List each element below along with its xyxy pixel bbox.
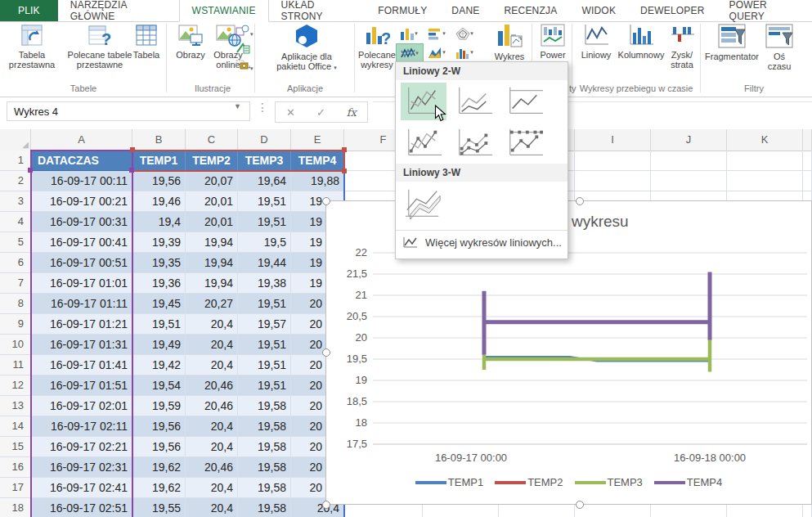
cell-date[interactable]: 16-09-17 02:21 [31,437,132,457]
chart-thumb-100-stacked-line[interactable] [502,83,548,120]
tab-recenzja[interactable]: RECENZJA [491,0,569,21]
cell-temp2[interactable]: 19,94 [186,273,238,294]
column-header-e[interactable]: E [291,129,344,151]
column-header-c[interactable]: C [186,129,238,151]
cell-temp1[interactable]: 19,62 [132,478,186,498]
cell-date[interactable]: 16-09-17 00:31 [31,212,132,232]
cell-header-temp1[interactable]: TEMP1 [132,151,186,171]
tab-formuły[interactable]: FORMUŁY [366,0,439,21]
cell-date[interactable]: 16-09-17 02:11 [31,416,132,437]
smartart-button[interactable] [236,43,257,60]
tab-wstawianie[interactable]: WSTAWIANIE [179,0,269,22]
row-header-1[interactable]: 1 [0,151,31,171]
chart-title[interactable]: wykresu [572,213,629,231]
cell-a1[interactable]: DATACZAS [31,151,132,171]
chart-resize-handle[interactable] [322,348,330,357]
timeline-button[interactable]: Oś czasu [760,23,798,71]
cell-date[interactable]: 16-09-17 01:41 [31,355,132,375]
tab-widok[interactable]: WIDOK [569,0,628,21]
cell-empty[interactable] [727,171,803,191]
shapes-button[interactable]: ▾ [236,25,257,43]
cell-date[interactable]: 16-09-17 00:21 [31,191,132,212]
chart-thumb-stacked-line-markers[interactable] [451,124,497,162]
legend-item-temp4[interactable]: TEMP4 [654,476,722,488]
cell-temp3[interactable]: 19,51 [238,335,291,355]
insert-area-chart-button[interactable]: ▾ [424,43,450,61]
cell-date[interactable]: 16-09-17 01:11 [31,294,132,314]
cell-temp3[interactable]: 19,58 [238,478,291,498]
cell-temp1[interactable]: 19,45 [132,294,186,314]
tab-dane[interactable]: DANE [439,0,491,21]
row-header-7[interactable]: 7 [0,273,31,294]
cell-date[interactable]: 16-09-17 01:31 [31,335,132,355]
recommended-charts-button[interactable]: ? Polecane wykresy [357,23,397,70]
row-header-18[interactable]: 18 [0,498,31,517]
legend-item-temp2[interactable]: TEMP2 [495,476,563,488]
row-header-11[interactable]: 11 [0,355,31,375]
insert-function-button[interactable]: fx [347,106,357,119]
row-header-5[interactable]: 5 [0,232,31,253]
insert-column-chart-button[interactable]: ▾ [396,25,422,42]
cell-header-temp3[interactable]: TEMP3 [238,151,291,171]
cell-temp2[interactable]: 19,94 [186,253,238,273]
select-all-button[interactable]: ◢ [0,129,31,151]
cell-temp3[interactable]: 19,38 [238,273,291,294]
cell-temp2[interactable]: 20,27 [186,294,238,314]
cell-date[interactable]: 16-09-17 00:11 [31,171,132,191]
pictures-button[interactable]: Obrazy [172,23,209,60]
more-line-charts-item[interactable]: Więcej wykresów liniowych... [396,230,568,254]
column-header-b[interactable]: B [132,129,186,151]
cell-empty[interactable] [575,151,651,171]
insert-radar-chart-button[interactable]: ▾ [451,25,478,42]
column-header-j[interactable]: J [651,129,727,151]
tab-deweloper[interactable]: DEWELOPER [628,0,716,21]
office-apps-button[interactable]: Aplikacje dla pakietu Office ▾ [258,23,355,73]
cell-temp3[interactable]: 19,58 [238,457,291,478]
cell-temp2[interactable]: 20,4 [186,437,238,457]
pivot-chart-button[interactable]: Wykres [489,23,530,61]
table-button[interactable]: Tabela [128,23,165,60]
cell-temp2[interactable]: 20,46 [186,396,238,416]
tab-plik[interactable]: PLIK [0,0,58,21]
cell-temp2[interactable]: 20,01 [186,191,238,212]
chart-thumb-3d-line[interactable] [401,184,446,222]
cell-temp1[interactable]: 19,39 [132,232,186,253]
cell-temp3[interactable]: 19,51 [238,212,291,232]
cell-temp1[interactable]: 19,36 [132,273,186,294]
cell-temp1[interactable]: 19,59 [132,396,186,416]
chart-resize-handle[interactable] [322,501,330,509]
cell-temp1[interactable]: 19,51 [132,314,186,335]
cell-temp1[interactable]: 19,56 [132,416,186,437]
cell-temp3[interactable]: 19,58 [238,498,291,517]
cell-temp3[interactable]: 19,5 [238,232,291,253]
cell-temp3[interactable]: 19,51 [238,355,291,375]
name-box[interactable]: Wykres 4 [7,101,250,121]
row-header-15[interactable]: 15 [0,437,31,457]
tab-układ-strony[interactable]: UKŁAD STRONY [269,0,366,21]
chart-resize-handle[interactable] [576,197,584,205]
power-view-button[interactable]: Power [535,23,571,60]
formula-bar-splitter-icon[interactable]: ⋮ [257,101,268,114]
sparkline-winloss-button[interactable]: Zysk/ strata [666,23,698,70]
tab-power-query[interactable]: POWER QUERY [717,0,812,21]
slicer-button[interactable]: Fragmentator [705,23,759,61]
cell-temp2[interactable]: 19,94 [186,232,238,253]
cell-temp3[interactable]: 19,51 [238,294,291,314]
cell-temp1[interactable]: 19,62 [132,457,186,478]
cell-temp3[interactable]: 19,51 [238,191,291,212]
column-header-d[interactable]: D [238,129,291,151]
row-header-17[interactable]: 17 [0,478,31,498]
enter-button[interactable]: ✓ [316,106,325,119]
cell-temp2[interactable]: 20,46 [186,457,238,478]
cell-temp2[interactable]: 20,4 [186,314,238,335]
insert-statistic-chart-button[interactable]: ▾ [451,43,478,61]
cell-empty[interactable] [575,171,651,191]
cell-date[interactable]: 16-09-17 02:41 [31,478,132,498]
cell-date[interactable]: 16-09-17 00:41 [31,232,132,253]
cell-date[interactable]: 16-09-17 02:51 [31,498,132,517]
chart-resize-handle[interactable] [322,197,330,205]
legend-item-temp3[interactable]: TEMP3 [575,476,643,488]
cell-temp2[interactable]: 20,4 [186,335,238,355]
cell-header-temp4[interactable]: TEMP4 [291,151,344,171]
cell-temp3[interactable]: 19,58 [238,416,291,437]
